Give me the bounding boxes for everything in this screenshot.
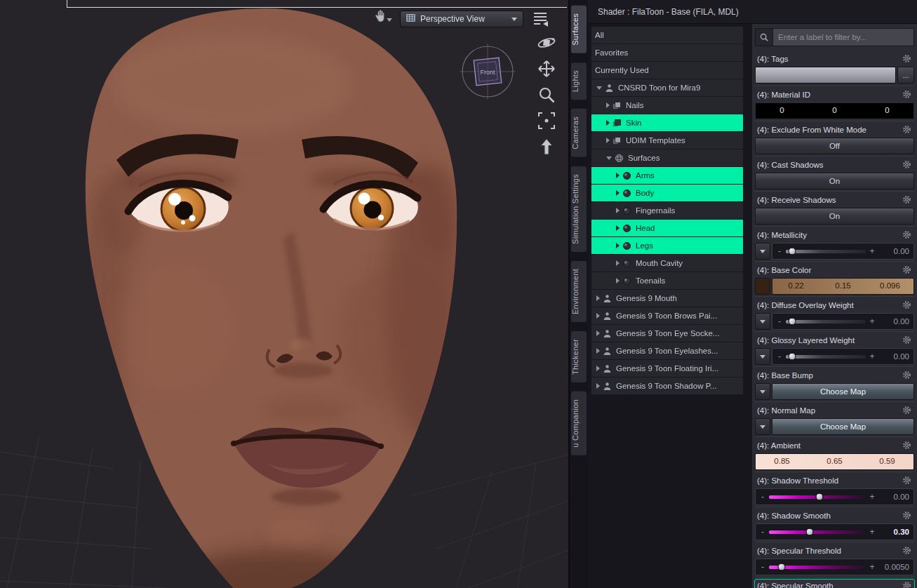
color-values[interactable]: 0.850.650.59 [755, 453, 914, 470]
slider-increment-button[interactable]: + [869, 246, 875, 256]
slider-value[interactable]: 0.00 [878, 493, 909, 501]
slider[interactable]: -+0.00 [772, 243, 914, 260]
view-cube[interactable]: Front [458, 42, 517, 101]
expand-right-icon[interactable] [616, 243, 620, 248]
slider-increment-button[interactable]: + [869, 316, 875, 326]
gear-icon[interactable] [902, 511, 912, 521]
pane-tab-u-companion[interactable]: u Companion [571, 392, 587, 455]
slider-decrement-button[interactable]: - [760, 527, 765, 537]
slider[interactable]: -+0.0050 [755, 559, 914, 575]
dropdown-button[interactable] [755, 383, 770, 400]
viewport-hand-tool[interactable] [374, 8, 395, 27]
slider-track[interactable] [786, 250, 866, 253]
frame-icon[interactable] [536, 110, 557, 131]
toggle-button[interactable]: On [755, 208, 914, 225]
surface-list-item-favorites[interactable]: Favorites [591, 44, 743, 61]
slider-handle[interactable] [789, 318, 796, 326]
value-field[interactable]: 0.59 [861, 454, 913, 469]
expand-right-icon[interactable] [596, 330, 600, 336]
slider-handle[interactable] [789, 353, 796, 361]
slider-value[interactable]: 0.0050 [878, 563, 909, 571]
value-field[interactable]: 0 [861, 103, 913, 119]
dropdown-button[interactable] [755, 418, 770, 435]
gear-icon[interactable] [902, 125, 912, 135]
slider-handle[interactable] [777, 563, 785, 571]
slider-handle[interactable] [815, 493, 823, 501]
expand-right-icon[interactable] [596, 383, 600, 389]
gear-icon[interactable] [902, 406, 912, 415]
tags-field[interactable] [755, 67, 896, 83]
pane-tab-simulation-settings[interactable]: Simulation Settings [571, 166, 587, 252]
slider-track[interactable] [786, 320, 866, 323]
slider-track[interactable] [769, 530, 866, 534]
surface-list-item-toenails[interactable]: Toenails [591, 272, 743, 289]
slider[interactable]: -+0.00 [755, 488, 914, 505]
surface-list-item-nails[interactable]: Nails [591, 97, 743, 114]
pane-tab-lights[interactable]: Lights [571, 62, 587, 100]
toggle-button[interactable]: On [755, 173, 914, 189]
surface-list-item-cnsrd-toon-for-mira9[interactable]: CNSRD Toon for Mira9 [591, 79, 743, 96]
slider-decrement-button[interactable]: - [777, 316, 782, 326]
gear-icon[interactable] [902, 54, 912, 64]
expand-right-icon[interactable] [596, 295, 600, 301]
gear-icon[interactable] [902, 160, 912, 170]
expand-right-icon[interactable] [616, 260, 620, 266]
value-field[interactable]: 0.096 [866, 279, 913, 294]
value-field[interactable]: 0.85 [756, 454, 808, 469]
surface-list-item-head[interactable]: Head [591, 220, 743, 236]
zoom-icon[interactable] [536, 84, 557, 105]
slider-decrement-button[interactable]: - [777, 352, 782, 361]
choose-map-button[interactable]: Choose Map [772, 383, 914, 400]
pane-tab-thickener[interactable]: Thickener [571, 331, 587, 382]
value-field[interactable]: 0 [756, 103, 808, 119]
surface-list-item-skin[interactable]: Skin [591, 114, 743, 131]
expand-right-icon[interactable] [616, 208, 620, 213]
pane-tab-environment[interactable]: Environment [571, 261, 587, 322]
surface-list-item-genesis-9-toon-eye-socke[interactable]: Genesis 9 Toon Eye Socke... [591, 325, 743, 342]
surface-list-item-genesis-9-mouth[interactable]: Genesis 9 Mouth [591, 290, 743, 307]
surface-list-item-currently-used[interactable]: Currently Used [591, 62, 743, 79]
slider[interactable]: -+0.00 [772, 348, 914, 365]
gear-icon[interactable] [902, 90, 912, 100]
surface-list-item-mouth-cavity[interactable]: Mouth Cavity [591, 255, 743, 272]
surface-list-item-genesis-9-toon-brows-pai[interactable]: Genesis 9 Toon Brows Pai... [591, 307, 743, 324]
slider-handle[interactable] [805, 528, 813, 536]
dropdown-button[interactable] [755, 348, 770, 365]
slider-increment-button[interactable]: + [869, 352, 875, 361]
expand-right-icon[interactable] [616, 278, 620, 283]
pane-menu-icon[interactable] [531, 9, 549, 27]
surface-list-item-fingernails[interactable]: Fingernails [591, 202, 743, 219]
color-values[interactable]: 0.220.150.096 [772, 278, 914, 295]
gear-icon[interactable] [902, 300, 912, 310]
surface-list-item-arms[interactable]: Arms [591, 167, 743, 184]
slider-track[interactable] [769, 566, 866, 569]
toggle-button[interactable]: Off [755, 138, 914, 154]
expand-right-icon[interactable] [606, 138, 610, 143]
filter-options-button[interactable] [755, 28, 773, 46]
slider-increment-button[interactable]: + [869, 492, 875, 502]
surface-list-item-genesis-9-toon-eyelashes[interactable]: Genesis 9 Toon Eyelashes... [591, 342, 743, 359]
dropdown-button[interactable] [755, 243, 770, 260]
slider-increment-button[interactable]: + [869, 527, 875, 537]
surface-list-item-all[interactable]: All [591, 27, 743, 44]
surface-list-item-genesis-9-toon-shadow-p[interactable]: Genesis 9 Toon Shadow P... [591, 377, 743, 394]
gear-icon[interactable] [902, 441, 912, 450]
expand-right-icon[interactable] [596, 348, 600, 354]
slider-value[interactable]: 0.00 [878, 247, 909, 255]
up-arrow-icon[interactable] [536, 136, 557, 157]
expand-right-icon[interactable] [606, 120, 610, 126]
slider-track[interactable] [786, 355, 866, 359]
slider-increment-button[interactable]: + [869, 562, 875, 572]
expand-right-icon[interactable] [616, 225, 620, 231]
surface-list-item-surfaces[interactable]: Surfaces [591, 149, 743, 166]
gear-icon[interactable] [902, 476, 912, 486]
color-swatch[interactable] [755, 278, 770, 295]
gear-icon[interactable] [902, 581, 912, 588]
slider-decrement-button[interactable]: - [760, 492, 765, 502]
slider[interactable]: -+0.30 [755, 523, 914, 540]
value-field[interactable]: 0 [808, 103, 861, 119]
expand-right-icon[interactable] [596, 366, 600, 371]
value-field[interactable]: 0.15 [819, 279, 866, 294]
surface-list-item-udim-templates[interactable]: UDIM Templates [591, 132, 743, 149]
slider-decrement-button[interactable]: - [760, 562, 765, 572]
